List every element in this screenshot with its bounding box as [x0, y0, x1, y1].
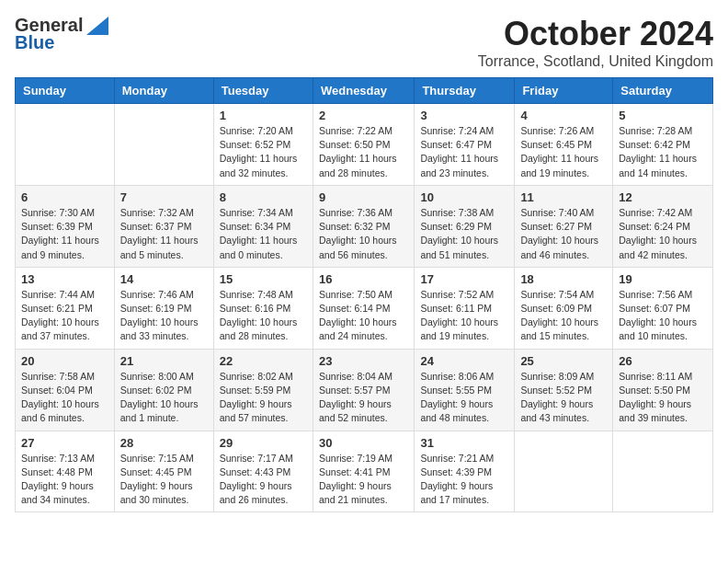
day-number: 30 [319, 436, 408, 450]
calendar-cell: 27Sunrise: 7:13 AMSunset: 4:48 PMDayligh… [16, 431, 115, 512]
week-row-2: 6Sunrise: 7:30 AMSunset: 6:39 PMDaylight… [16, 185, 713, 267]
logo: General Blue [15, 15, 108, 53]
day-number: 1 [220, 109, 307, 122]
calendar-cell [613, 431, 713, 512]
calendar-cell: 13Sunrise: 7:44 AMSunset: 6:21 PMDayligh… [16, 267, 115, 349]
day-info: Sunrise: 7:50 AMSunset: 6:14 PMDaylight:… [319, 288, 408, 344]
calendar-cell: 4Sunrise: 7:26 AMSunset: 6:45 PMDaylight… [515, 104, 613, 186]
calendar-cell: 8Sunrise: 7:34 AMSunset: 6:34 PMDaylight… [213, 185, 313, 267]
header-saturday: Saturday [613, 78, 713, 104]
calendar-cell: 2Sunrise: 7:22 AMSunset: 6:50 PMDaylight… [313, 104, 414, 186]
calendar-cell: 5Sunrise: 7:28 AMSunset: 6:42 PMDaylight… [613, 104, 713, 186]
day-info: Sunrise: 7:34 AMSunset: 6:34 PMDaylight:… [220, 206, 307, 262]
day-number: 17 [420, 272, 508, 286]
calendar-cell: 7Sunrise: 7:32 AMSunset: 6:37 PMDaylight… [114, 185, 213, 267]
week-row-1: 1Sunrise: 7:20 AMSunset: 6:52 PMDaylight… [16, 104, 713, 186]
calendar-cell: 26Sunrise: 8:11 AMSunset: 5:50 PMDayligh… [613, 349, 713, 431]
day-number: 15 [220, 272, 307, 286]
day-info: Sunrise: 7:13 AMSunset: 4:48 PMDaylight:… [21, 452, 108, 508]
day-number: 25 [520, 354, 607, 368]
day-info: Sunrise: 7:42 AMSunset: 6:24 PMDaylight:… [619, 206, 707, 262]
day-info: Sunrise: 7:56 AMSunset: 6:07 PMDaylight:… [619, 288, 707, 344]
day-number: 21 [120, 354, 208, 368]
calendar-cell: 11Sunrise: 7:40 AMSunset: 6:27 PMDayligh… [515, 185, 613, 267]
day-info: Sunrise: 7:46 AMSunset: 6:19 PMDaylight:… [120, 288, 208, 344]
day-number: 8 [220, 190, 307, 204]
day-number: 12 [619, 190, 707, 204]
week-row-3: 13Sunrise: 7:44 AMSunset: 6:21 PMDayligh… [16, 267, 713, 349]
day-number: 26 [619, 354, 707, 368]
calendar-cell: 30Sunrise: 7:19 AMSunset: 4:41 PMDayligh… [313, 431, 414, 512]
day-info: Sunrise: 7:58 AMSunset: 6:04 PMDaylight:… [21, 370, 108, 426]
logo-blue-text: Blue [15, 32, 54, 53]
day-number: 5 [619, 109, 707, 122]
calendar-cell: 15Sunrise: 7:48 AMSunset: 6:16 PMDayligh… [213, 267, 313, 349]
day-info: Sunrise: 7:15 AMSunset: 4:45 PMDaylight:… [120, 452, 208, 508]
calendar-cell [515, 431, 613, 512]
calendar-cell: 6Sunrise: 7:30 AMSunset: 6:39 PMDaylight… [16, 185, 115, 267]
header-wednesday: Wednesday [313, 78, 414, 104]
calendar-cell: 19Sunrise: 7:56 AMSunset: 6:07 PMDayligh… [613, 267, 713, 349]
header-friday: Friday [515, 78, 613, 104]
day-number: 28 [120, 436, 208, 450]
calendar-cell: 10Sunrise: 7:38 AMSunset: 6:29 PMDayligh… [415, 185, 515, 267]
header-sunday: Sunday [16, 78, 115, 104]
day-info: Sunrise: 8:02 AMSunset: 5:59 PMDaylight:… [220, 370, 307, 426]
day-number: 7 [120, 190, 208, 204]
day-number: 4 [520, 109, 607, 122]
day-info: Sunrise: 8:06 AMSunset: 5:55 PMDaylight:… [420, 370, 508, 426]
day-number: 20 [21, 354, 108, 368]
header-thursday: Thursday [415, 78, 515, 104]
day-number: 31 [420, 436, 508, 450]
day-info: Sunrise: 8:00 AMSunset: 6:02 PMDaylight:… [120, 370, 208, 426]
week-row-4: 20Sunrise: 7:58 AMSunset: 6:04 PMDayligh… [16, 349, 713, 431]
day-number: 10 [420, 190, 508, 204]
calendar-header-row: SundayMondayTuesdayWednesdayThursdayFrid… [16, 78, 713, 104]
day-info: Sunrise: 7:28 AMSunset: 6:42 PMDaylight:… [619, 124, 707, 180]
day-number: 19 [619, 272, 707, 286]
calendar-cell: 25Sunrise: 8:09 AMSunset: 5:52 PMDayligh… [515, 349, 613, 431]
day-info: Sunrise: 7:32 AMSunset: 6:37 PMDaylight:… [120, 206, 208, 262]
day-number: 24 [420, 354, 508, 368]
calendar-table: SundayMondayTuesdayWednesdayThursdayFrid… [15, 77, 713, 512]
day-info: Sunrise: 7:30 AMSunset: 6:39 PMDaylight:… [21, 206, 108, 262]
calendar-cell: 18Sunrise: 7:54 AMSunset: 6:09 PMDayligh… [515, 267, 613, 349]
day-info: Sunrise: 8:04 AMSunset: 5:57 PMDaylight:… [319, 370, 408, 426]
day-info: Sunrise: 8:11 AMSunset: 5:50 PMDaylight:… [619, 370, 707, 426]
calendar-cell: 23Sunrise: 8:04 AMSunset: 5:57 PMDayligh… [313, 349, 414, 431]
day-info: Sunrise: 7:22 AMSunset: 6:50 PMDaylight:… [319, 124, 408, 180]
day-info: Sunrise: 8:09 AMSunset: 5:52 PMDaylight:… [520, 370, 607, 426]
day-number: 18 [520, 272, 607, 286]
logo-triangle-icon [86, 17, 108, 35]
day-number: 6 [21, 190, 108, 204]
day-info: Sunrise: 7:26 AMSunset: 6:45 PMDaylight:… [520, 124, 607, 180]
day-info: Sunrise: 7:40 AMSunset: 6:27 PMDaylight:… [520, 206, 607, 262]
calendar-cell: 16Sunrise: 7:50 AMSunset: 6:14 PMDayligh… [313, 267, 414, 349]
calendar-cell: 1Sunrise: 7:20 AMSunset: 6:52 PMDaylight… [213, 104, 313, 186]
day-info: Sunrise: 7:54 AMSunset: 6:09 PMDaylight:… [520, 288, 607, 344]
title-section: October 2024 Torrance, Scotland, United … [478, 15, 713, 70]
day-info: Sunrise: 7:44 AMSunset: 6:21 PMDaylight:… [21, 288, 108, 344]
calendar-cell: 20Sunrise: 7:58 AMSunset: 6:04 PMDayligh… [16, 349, 115, 431]
calendar-cell: 14Sunrise: 7:46 AMSunset: 6:19 PMDayligh… [114, 267, 213, 349]
day-info: Sunrise: 7:19 AMSunset: 4:41 PMDaylight:… [319, 452, 408, 508]
day-number: 2 [319, 109, 408, 122]
day-number: 22 [220, 354, 307, 368]
calendar-cell: 24Sunrise: 8:06 AMSunset: 5:55 PMDayligh… [415, 349, 515, 431]
calendar-cell: 29Sunrise: 7:17 AMSunset: 4:43 PMDayligh… [213, 431, 313, 512]
header-monday: Monday [114, 78, 213, 104]
day-number: 11 [520, 190, 607, 204]
calendar-cell: 22Sunrise: 8:02 AMSunset: 5:59 PMDayligh… [213, 349, 313, 431]
svg-marker-0 [86, 17, 108, 35]
page-container: General Blue October 2024 Torrance, Scot… [15, 15, 713, 512]
calendar-cell: 28Sunrise: 7:15 AMSunset: 4:45 PMDayligh… [114, 431, 213, 512]
calendar-cell: 9Sunrise: 7:36 AMSunset: 6:32 PMDaylight… [313, 185, 414, 267]
calendar-cell [16, 104, 115, 186]
day-number: 23 [319, 354, 408, 368]
day-number: 16 [319, 272, 408, 286]
day-info: Sunrise: 7:24 AMSunset: 6:47 PMDaylight:… [420, 124, 508, 180]
calendar-cell [114, 104, 213, 186]
calendar-cell: 21Sunrise: 8:00 AMSunset: 6:02 PMDayligh… [114, 349, 213, 431]
day-info: Sunrise: 7:20 AMSunset: 6:52 PMDaylight:… [220, 124, 307, 180]
day-info: Sunrise: 7:36 AMSunset: 6:32 PMDaylight:… [319, 206, 408, 262]
